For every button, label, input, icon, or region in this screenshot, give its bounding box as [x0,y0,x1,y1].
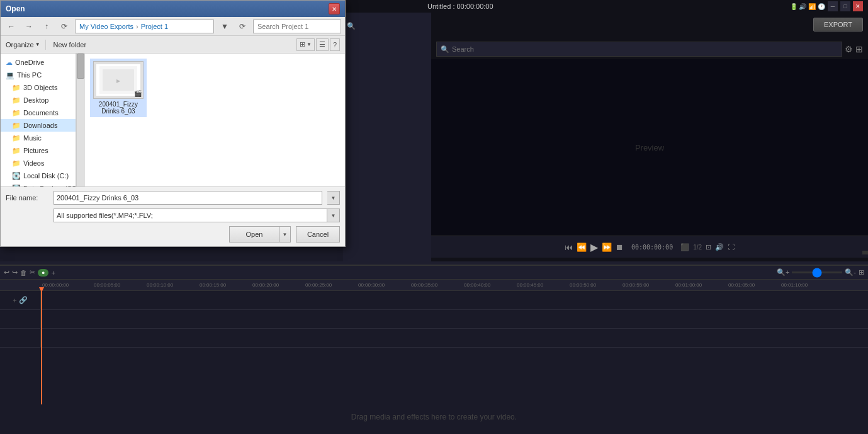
dialog-close-button[interactable]: ✕ [329,3,340,14]
add-track-btn[interactable]: + [51,269,55,277]
tree-scrollbar[interactable] [76,54,85,186]
search-box[interactable]: 🔍 [253,20,341,33]
track1-add-btn[interactable]: + [13,297,16,304]
fit-timeline-btn[interactable]: ⊞ [859,268,864,277]
aspect-ratio-btn[interactable]: ⬛ [680,243,689,251]
filename-label: File name: [6,194,48,202]
minimize-btn[interactable]: ─ [828,1,838,11]
filter-icon[interactable]: ⚙ [845,44,853,54]
track-row-2 [0,310,868,329]
zoom-out-btn[interactable]: 🔍- [845,268,856,277]
zoom-slider[interactable] [792,271,842,273]
view-change-button[interactable]: ⊞ ▼ [296,38,315,51]
refresh-button[interactable]: ⟳ [57,20,71,33]
step-back-btn[interactable]: ⏪ [577,243,587,252]
search-input[interactable] [452,45,838,53]
organize-dropdown-icon: ▼ [35,42,40,47]
filename-input[interactable] [54,191,322,205]
refresh2-button[interactable]: ⟳ [235,20,249,33]
tree-item-documents[interactable]: 📁 Documents [1,106,76,119]
folder-icon-pictures: 📁 [12,147,21,155]
organize-button[interactable]: Organize ▼ [6,41,40,49]
tree-item-music[interactable]: 📁 Music [1,132,76,144]
step-fwd-btn[interactable]: ⏩ [602,243,612,252]
open-button[interactable]: Open [229,226,279,243]
forward-button[interactable]: → [22,20,36,33]
undo-btn[interactable]: ↩ [4,268,9,277]
track3-content[interactable] [41,329,868,347]
open-dropdown-btn[interactable]: ▼ [279,226,291,243]
progress-slider[interactable] [862,251,868,254]
grid-view-icon[interactable]: ⊞ [855,44,863,54]
tree-label-music: Music [23,134,42,142]
tree-label-downloads: Downloads [23,122,57,129]
dialog-body: ☁ OneDrive 💻 This PC 📁 3D Objects 📁 Desk… [1,54,345,186]
folder-icon-downloads: 📁 [12,122,21,130]
view-dropdown-icon: ▼ [307,42,312,47]
buttons-row: Open ▼ Cancel [6,226,340,243]
tree-item-desktop[interactable]: 📁 Desktop [1,94,76,106]
tree-label-desktop: Desktop [23,96,48,104]
tree-item-backup[interactable]: 💽 Data Backup (SS [1,182,76,186]
time-marker-6: 00:00:30:00 [358,282,411,288]
mute-btn[interactable]: ● [38,269,48,277]
sort-button[interactable]: ☰ [316,38,329,51]
tree-item-onedrive[interactable]: ☁ OneDrive [1,56,76,69]
breadcrumb-root[interactable]: My Video Exports [79,23,133,30]
zoom-fit-btn[interactable]: ⊡ [706,243,711,251]
split-btn[interactable]: ✂ [30,268,35,277]
breadcrumb-current[interactable]: Project 1 [141,23,168,30]
cancel-button[interactable]: Cancel [296,226,340,243]
close-app-btn[interactable]: ✕ [853,1,863,11]
tree-scroll-thumb[interactable] [77,54,84,79]
maximize-btn[interactable]: □ [840,1,850,11]
tree-item-thispc[interactable]: 💻 This PC [1,69,76,81]
file-area[interactable]: ▶ 🎬 200401_Fizzy Drinks 6_03 [85,54,345,186]
delete-btn[interactable]: 🗑 [20,269,27,277]
search-icon: 🔍 [441,45,449,54]
new-folder-button[interactable]: New folder [54,41,87,49]
tray-icons: 🔋 🔊 📶 🕐 [790,3,825,10]
zoom-in-btn[interactable]: 🔍+ [777,268,789,277]
tree-item-downloads[interactable]: 📁 Downloads [1,119,76,132]
tree-item-3dobjects[interactable]: 📁 3D Objects [1,81,76,94]
filename-dropdown-btn[interactable]: ▼ [327,191,340,205]
rewind-btn[interactable]: ⏮ [565,243,573,252]
redo-btn[interactable]: ↪ [12,268,18,277]
time-marker-4: 00:00:20:00 [252,282,305,288]
dialog-title: Open [6,4,25,13]
breadcrumb-bar[interactable]: My Video Exports › Project 1 [75,20,214,33]
open-dialog: Open ✕ ← → ↑ ⟳ My Video Exports › Projec… [0,0,346,247]
breadcrumb-separator: › [136,23,138,30]
search-icon: 🔍 [347,22,356,30]
play-btn[interactable]: ▶ [590,241,598,253]
track1-content[interactable] [41,291,868,309]
tree-item-pictures[interactable]: 📁 Pictures [1,144,76,157]
track2-content[interactable] [41,310,868,328]
up-button[interactable]: ↑ [40,20,54,33]
tree-label-3dobjects: 3D Objects [23,84,57,91]
fraction-display: 1/2 [693,244,702,251]
time-marker-1: 00:00:05:00 [94,282,147,288]
export-button[interactable]: EXPORT [813,18,863,31]
file-thumb-0[interactable]: ▶ 🎬 200401_Fizzy Drinks 6_03 [90,59,147,117]
tree-item-localc[interactable]: 💽 Local Disk (C:) [1,169,76,182]
help-button[interactable]: ? [330,38,340,51]
filetype-input[interactable] [54,208,327,222]
track-row-1: + 🔗 [0,291,868,310]
fullscreen-btn[interactable]: ⛶ [728,243,735,251]
filetype-dropdown-btn[interactable]: ▼ [327,208,340,222]
volume-btn[interactable]: 🔊 [715,243,724,251]
playhead[interactable] [41,291,42,404]
dialog-search-input[interactable] [257,23,344,30]
stop-btn[interactable]: ⏹ [616,243,624,252]
sort-icon: ☰ [319,40,325,49]
breadcrumb-dropdown-btn[interactable]: ▼ [218,20,232,33]
app-title: Untitled : 00:00:00:00 [427,3,493,10]
tracks-container: + 🔗 [0,291,868,348]
tree-item-videos[interactable]: 📁 Videos [1,157,76,169]
time-marker-13: 00:01:05:00 [728,282,781,288]
track1-link-btn[interactable]: 🔗 [19,296,28,304]
back-button[interactable]: ← [4,20,18,33]
time-marker-11: 00:00:55:00 [623,282,675,288]
